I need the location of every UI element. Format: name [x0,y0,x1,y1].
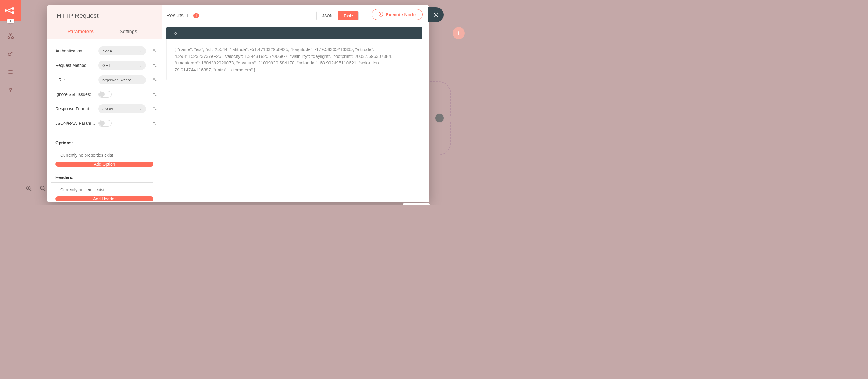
param-label: Ignore SSL Issues: [56,92,96,97]
gear-icon[interactable] [151,61,159,69]
select-value: GET [102,63,111,68]
parameters-list: Authentication: None ⌄ Request Method: G… [47,39,162,135]
button-label: Add Header [93,196,116,201]
param-url: URL: https://api.where… [56,74,159,86]
gear-icon[interactable] [151,47,159,55]
node-title: HTTP Request [57,12,152,19]
json-raw-toggle[interactable] [98,120,112,127]
authentication-select[interactable]: None ⌄ [98,46,146,56]
tab-parameters[interactable]: Parameters [57,25,104,39]
param-label: URL: [56,77,96,82]
svg-point-0 [4,9,7,12]
tabs: Parameters Settings [57,25,152,39]
node-editor-modal: HTTP Request Parameters Settings Authent… [47,5,429,202]
chevron-down-icon: ⌄ [145,162,148,166]
play-icon [378,12,383,18]
svg-point-34 [155,124,157,125]
chevron-down-icon: ⌄ [139,107,142,111]
svg-point-27 [153,93,155,94]
zoom-controls [25,184,47,193]
svg-point-33 [153,122,155,123]
info-icon[interactable]: i [193,13,199,19]
add-header-button[interactable]: Add Header [56,196,153,201]
table-header: 0 [166,27,422,39]
input-value: https://api.where… [102,78,135,82]
select-value: JSON [102,107,113,111]
svg-point-29 [156,93,156,93]
svg-rect-5 [12,37,13,38]
request-method-select[interactable]: GET ⌄ [98,61,146,70]
svg-line-12 [30,189,32,191]
view-json-button[interactable]: JSON [317,11,338,20]
zoom-out-button[interactable] [38,184,47,193]
svg-point-2 [12,11,14,14]
bottom-drawer-handle[interactable] [403,203,430,205]
tab-settings[interactable]: Settings [104,25,153,39]
node-editor-right-panel: Results: 1 i JSON Table Execute Node 0 {… [162,5,429,202]
param-json-raw: JSON/RAW Parame… [56,118,159,129]
svg-line-16 [44,189,45,191]
param-response-format: Response Format: JSON ⌄ [56,103,159,115]
param-label: JSON/RAW Parame… [56,121,96,126]
svg-point-35 [156,121,156,122]
view-toggle: JSON Table [316,11,359,21]
sidebar-expand-button[interactable] [7,19,14,24]
results-table: 0 { "name": "iss", "id": 25544, "latitud… [166,27,422,80]
brand-logo[interactable] [0,0,21,21]
ignore-ssl-toggle[interactable] [98,91,112,98]
param-authentication: Authentication: None ⌄ [56,45,159,57]
param-label: Authentication: [56,49,96,53]
url-input[interactable]: https://api.where… [98,75,146,84]
svg-point-20 [156,49,156,50]
svg-point-19 [155,51,157,53]
add-option-button[interactable]: Add Option ⌄ [56,162,153,167]
svg-point-26 [156,78,156,78]
workflows-icon[interactable] [0,28,21,43]
node-editor-left-panel: HTTP Request Parameters Settings Authent… [47,5,162,202]
response-format-select[interactable]: JSON ⌄ [98,104,146,113]
svg-point-21 [153,64,155,65]
svg-point-30 [153,107,155,109]
button-label: Add Option [94,162,115,167]
svg-point-24 [153,78,155,80]
button-label: Execute Node [386,12,415,17]
svg-point-18 [153,50,155,51]
close-button[interactable] [428,7,444,22]
credentials-icon[interactable] [0,46,21,61]
headers-header: Headers: [47,169,162,182]
gear-icon[interactable] [151,90,159,98]
select-value: None [102,49,112,53]
gear-icon[interactable] [151,119,159,127]
svg-rect-3 [10,33,11,35]
results-count: Results: 1 [166,13,189,19]
param-ignore-ssl: Ignore SSL Issues: [56,89,159,100]
svg-point-32 [156,107,156,107]
svg-text:?: ? [9,87,12,93]
options-empty: Currently no properties exist [47,148,162,162]
param-label: Request Method: [56,63,96,68]
param-request-method: Request Method: GET ⌄ [56,60,159,71]
workflow-node[interactable] [435,113,444,123]
view-table-button[interactable]: Table [338,11,358,20]
node-editor-header: HTTP Request Parameters Settings [47,5,162,39]
help-icon[interactable]: ? [0,83,21,98]
gear-icon[interactable] [151,76,159,84]
svg-point-28 [155,95,157,96]
svg-point-31 [155,109,157,110]
sidebar: ? [0,0,21,205]
add-node-button[interactable]: + [453,27,465,39]
svg-point-23 [156,64,156,64]
svg-point-25 [155,80,157,82]
chevron-down-icon: ⌄ [139,64,142,67]
headers-empty: Currently no items exist [47,183,162,196]
param-label: Response Format: [56,106,96,111]
zoom-in-button[interactable] [25,184,33,193]
svg-point-6 [8,53,11,56]
svg-point-22 [155,66,157,67]
svg-rect-4 [8,37,10,38]
gear-icon[interactable] [151,105,159,113]
table-cell: { "name": "iss", "id": 25544, "latitude"… [166,39,422,80]
execute-node-button[interactable]: Execute Node [372,9,423,20]
svg-point-1 [12,7,14,10]
executions-icon[interactable] [0,64,21,80]
